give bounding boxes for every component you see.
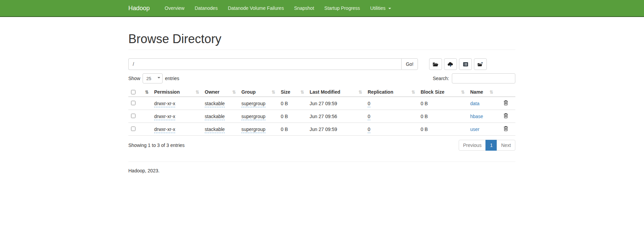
pagination-page-1-button[interactable]: 1: [485, 140, 497, 151]
nav-item-startup-progress[interactable]: Startup Progress: [319, 0, 365, 16]
go-button[interactable]: Go!: [401, 58, 418, 70]
group-cell[interactable]: supergroup: [241, 101, 265, 107]
directory-path-group: Go!: [128, 58, 418, 70]
file-browser-table: ⇅ Permission⇅ Owner⇅ Group⇅ Size⇅ Last M…: [128, 88, 515, 136]
permission-cell[interactable]: drwxr-xr-x: [154, 127, 175, 133]
page-title: Browse Directory: [128, 32, 515, 46]
block-size-cell: 0 B: [421, 101, 428, 106]
delete-button[interactable]: [503, 126, 508, 132]
table-header-row: ⇅ Permission⇅ Owner⇅ Group⇅ Size⇅ Last M…: [128, 88, 515, 97]
nav-item-utilities-label: Utilities: [370, 5, 385, 11]
sort-icon[interactable]: ⇅: [461, 90, 465, 95]
footer-text: Hadoop, 2023.: [128, 168, 515, 173]
directory-path-input[interactable]: [128, 58, 401, 70]
sort-icon[interactable]: ⇅: [232, 90, 236, 95]
column-header-permission[interactable]: Permission: [154, 89, 180, 95]
page-size-select[interactable]: 25: [143, 73, 163, 83]
block-size-cell: 0 B: [421, 114, 428, 119]
directory-toolbar: [429, 58, 487, 70]
table-search-input[interactable]: [452, 73, 515, 83]
nav-item-overview[interactable]: Overview: [160, 0, 189, 16]
table-info-text: Showing 1 to 3 of 3 entries: [128, 143, 185, 148]
footer-divider: [128, 162, 515, 162]
delete-button[interactable]: [503, 113, 508, 119]
sort-icon[interactable]: ⇅: [196, 90, 199, 95]
table-row: drwxr-xr-xstackablesupergroup0 BJun 27 0…: [128, 110, 515, 123]
nav-item-datanode-volume-failures[interactable]: Datanode Volume Failures: [223, 0, 289, 16]
permission-cell[interactable]: drwxr-xr-x: [154, 114, 175, 120]
row-checkbox[interactable]: [131, 114, 135, 118]
page-length-control: Show 25 entries: [128, 73, 179, 83]
owner-cell[interactable]: stackable: [205, 101, 225, 107]
caret-down-icon: [388, 8, 391, 9]
owner-cell[interactable]: stackable: [205, 114, 225, 120]
search-label: Search:: [433, 76, 449, 81]
top-navbar: Hadoop Overview Datanodes Datanode Volum…: [0, 0, 644, 17]
delete-button[interactable]: [503, 100, 508, 107]
cloud-upload-icon: [447, 62, 454, 67]
size-cell: 0 B: [281, 114, 288, 119]
last-modified-cell: Jun 27 09:56: [310, 114, 337, 119]
sort-icon[interactable]: ⇅: [411, 90, 415, 95]
cut-paste-button[interactable]: [459, 58, 472, 70]
column-header-group[interactable]: Group: [241, 89, 256, 95]
nav-item-utilities-dropdown[interactable]: Utilities: [365, 0, 396, 16]
last-modified-cell: Jun 27 09:59: [310, 127, 337, 132]
column-header-block-size[interactable]: Block Size: [421, 89, 444, 95]
table-row: drwxr-xr-xstackablesupergroup0 BJun 27 0…: [128, 97, 515, 110]
pagination-next-button[interactable]: Next: [497, 140, 515, 151]
column-header-name[interactable]: Name: [470, 89, 483, 95]
column-header-size[interactable]: Size: [281, 89, 290, 95]
permission-cell[interactable]: drwxr-xr-x: [154, 101, 175, 107]
sort-icon[interactable]: ⇅: [358, 90, 362, 95]
create-directory-button[interactable]: [429, 58, 442, 70]
nav-item-snapshot[interactable]: Snapshot: [289, 0, 319, 16]
sort-icon[interactable]: ⇅: [145, 90, 149, 95]
table-search-control: Search:: [433, 73, 515, 83]
pagination: Previous 1 Next: [459, 140, 515, 151]
sort-icon[interactable]: ⇅: [272, 90, 275, 95]
navbar-menu: Overview Datanodes Datanode Volume Failu…: [160, 0, 396, 16]
select-all-checkbox[interactable]: [131, 90, 135, 94]
folder-open-icon: [433, 62, 439, 67]
directory-name-link[interactable]: user: [470, 127, 479, 132]
replication-cell[interactable]: 0: [368, 101, 370, 107]
replication-cell[interactable]: 0: [368, 114, 370, 120]
page-header: Browse Directory: [128, 32, 515, 50]
row-checkbox[interactable]: [131, 127, 135, 131]
trash-icon: [503, 101, 508, 107]
sort-icon[interactable]: ⇅: [490, 90, 493, 95]
show-label: Show: [128, 76, 140, 81]
folder-plus-icon: [477, 62, 483, 67]
owner-cell[interactable]: stackable: [205, 127, 225, 133]
table-row: drwxr-xr-xstackablesupergroup0 BJun 27 0…: [128, 123, 515, 136]
move-to-trash-toggle-button[interactable]: [474, 58, 487, 70]
size-cell: 0 B: [281, 127, 288, 132]
list-alt-icon: [463, 62, 468, 67]
pagination-previous-button[interactable]: Previous: [459, 140, 486, 151]
group-cell[interactable]: supergroup: [241, 114, 265, 120]
upload-files-button[interactable]: [444, 58, 457, 70]
trash-icon: [503, 127, 508, 132]
brand-hadoop[interactable]: Hadoop: [128, 0, 155, 16]
replication-cell[interactable]: 0: [368, 127, 370, 133]
sort-icon[interactable]: ⇅: [300, 90, 304, 95]
block-size-cell: 0 B: [421, 127, 428, 132]
column-header-replication[interactable]: Replication: [368, 89, 393, 95]
last-modified-cell: Jun 27 09:59: [310, 101, 337, 106]
group-cell[interactable]: supergroup: [241, 127, 265, 133]
row-checkbox[interactable]: [131, 101, 135, 105]
trash-icon: [503, 114, 508, 119]
size-cell: 0 B: [281, 101, 288, 106]
directory-name-link[interactable]: hbase: [470, 114, 483, 119]
nav-item-datanodes[interactable]: Datanodes: [189, 0, 223, 16]
column-header-owner[interactable]: Owner: [205, 89, 220, 95]
directory-name-link[interactable]: data: [470, 101, 479, 106]
column-header-last-modified[interactable]: Last Modified: [310, 89, 340, 95]
entries-label: entries: [165, 76, 179, 81]
